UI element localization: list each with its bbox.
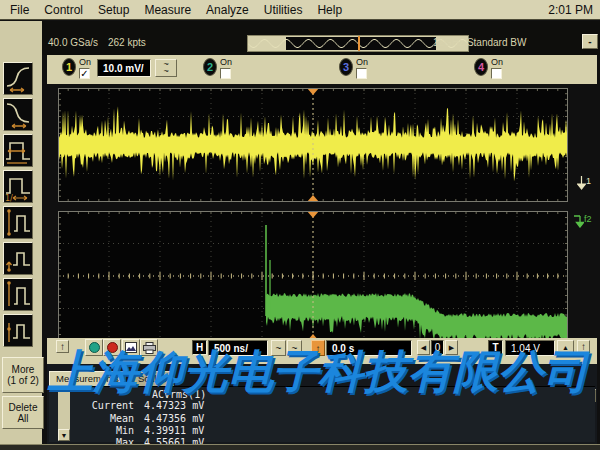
clock: 2:01 PM — [548, 3, 600, 17]
menu-setup[interactable]: Setup — [98, 3, 129, 17]
scroll-down-button[interactable]: ▼ — [58, 429, 70, 441]
channel-3-on-label: On — [356, 58, 368, 67]
stop-icon — [107, 342, 118, 353]
run-icon — [89, 342, 100, 353]
preview-trigger-tick — [358, 36, 360, 51]
timebase-zoom-out-button[interactable]: ~ — [271, 340, 286, 356]
channel-2-on-label: On — [220, 58, 232, 67]
measurement-row-value: 4.47323 mV — [144, 400, 204, 411]
quick-measure-sidebar: 1/ — [0, 21, 42, 444]
menu-file[interactable]: File — [10, 3, 29, 17]
sine-down-icon: ~ — [163, 68, 168, 75]
menu-help[interactable]: Help — [317, 3, 342, 17]
measurement-row-value: 4.39911 mV — [144, 425, 204, 436]
channel-4-badge[interactable]: 4 — [474, 58, 488, 76]
v-average-icon — [4, 315, 32, 346]
channel-controls-row: 1 On ✓ 10.0 mV/ ~~ 2 On 3 On 4 — [47, 55, 597, 84]
channel-2-badge[interactable]: 2 — [203, 58, 217, 76]
timebase-display[interactable]: 500 ns/ — [208, 340, 268, 356]
measure-rise-time-button[interactable] — [3, 62, 33, 95]
channel-1-on-checkbox[interactable]: ✓ — [79, 68, 90, 79]
channel-4-controls: 4 On — [474, 58, 503, 79]
upper-waveform-grid[interactable] — [58, 88, 568, 202]
measurement-row-value: 4.47356 mV — [144, 413, 204, 424]
horizontal-label: H — [192, 340, 207, 355]
channel-1-on-label: On — [79, 58, 91, 67]
trigger-level-up-button[interactable]: ▲ — [557, 340, 574, 355]
delete-all-button[interactable]: Delete All — [2, 396, 44, 429]
channel-4-on-checkbox[interactable] — [491, 68, 502, 79]
more-button-line2: (1 of 2) — [3, 375, 43, 386]
measurements-scrollbar[interactable]: ▼ — [58, 391, 70, 441]
channel-3-on-checkbox[interactable] — [356, 68, 367, 79]
tab-measurements[interactable]: Measurements — [49, 371, 126, 386]
channel-3-badge[interactable]: 3 — [339, 58, 353, 76]
sine-icon: ~ — [292, 343, 298, 354]
channel-1-scale-spinner[interactable]: ~~ — [155, 59, 177, 77]
stop-button[interactable] — [103, 339, 121, 356]
channel-1-marker-label: 1 — [586, 176, 591, 186]
scroll-up-right-button[interactable]: ↑ — [577, 340, 590, 353]
menu-measure[interactable]: Measure — [144, 3, 191, 17]
menu-analyze[interactable]: Analyze — [206, 3, 249, 17]
pulse-width-positive-icon — [4, 135, 32, 166]
trigger-position-display[interactable]: 0.0 s — [326, 340, 412, 356]
v-maximum-icon — [4, 279, 32, 310]
arrow-left-icon: ◀ — [421, 344, 426, 352]
channel-4-on-label: On — [491, 58, 503, 67]
channel-3-controls: 3 On — [339, 58, 368, 79]
trigger-label: T — [488, 340, 503, 355]
channel-1-controls: 1 On ✓ 10.0 mV/ ~~ — [62, 58, 167, 79]
run-control-toolbar: ↑ H 500 ns/ ~ ~ ↑ 0.0 s ◀ 0 ▶ T — [47, 338, 597, 364]
trigger-position-button[interactable]: ↑ — [311, 340, 325, 356]
arrow-up-triangle-icon: ▲ — [562, 344, 569, 351]
channel-1-ground-marker[interactable]: 1 — [577, 176, 591, 190]
measure-peak-to-peak-button[interactable] — [3, 206, 33, 239]
frequency-icon: 1/ — [4, 171, 32, 202]
menu-utilities[interactable]: Utilities — [264, 3, 303, 17]
tab-scales[interactable]: Scales — [131, 371, 174, 386]
fall-time-icon — [4, 99, 32, 130]
measurement-row-label: Current — [79, 400, 134, 411]
channel-1-badge[interactable]: 1 — [62, 58, 76, 76]
run-button[interactable] — [85, 339, 103, 356]
menu-control[interactable]: Control — [44, 3, 83, 17]
window-bottom-edge — [0, 444, 600, 450]
more-button[interactable]: More (1 of 2) — [2, 357, 44, 393]
step-right-button[interactable]: ▶ — [445, 340, 458, 355]
v-minimum-icon — [4, 243, 32, 274]
measure-fall-time-button[interactable] — [3, 98, 33, 131]
lower-waveform-grid[interactable] — [58, 211, 568, 341]
measure-pulse-width-button[interactable] — [3, 134, 33, 167]
clipboard-button[interactable] — [122, 339, 140, 356]
channel-2-controls: 2 On — [203, 58, 232, 79]
measure-v-maximum-button[interactable] — [3, 278, 33, 311]
rise-time-icon — [4, 63, 32, 94]
measure-frequency-button[interactable]: 1/ — [3, 170, 33, 203]
trigger-level-display[interactable]: 1.04 V — [505, 340, 555, 356]
oscilloscope-app: File Control Setup Measure Analyze Utili… — [0, 0, 600, 450]
timebase-zoom-in-button[interactable]: ~ — [287, 340, 302, 356]
sample-rate: 40.0 GSa/s — [48, 37, 98, 48]
channel-2-on-checkbox[interactable] — [220, 68, 231, 79]
measure-v-minimum-button[interactable] — [3, 242, 33, 275]
delete-all-line2: All — [3, 413, 43, 424]
measurements-panel: ▼ ACVrms(1) Current 4.47323 mV Mean 4.47… — [49, 386, 595, 442]
arrow-down-icon — [577, 176, 586, 190]
peak-to-peak-icon — [4, 207, 32, 238]
scroll-up-left-button[interactable]: ↑ — [56, 340, 69, 353]
print-button[interactable] — [140, 339, 158, 356]
status-bar: 40.0 GSa/s 262 kpts 12GHz Standard BW - — [42, 21, 600, 55]
channel-1-scale-display[interactable]: 10.0 mV/ — [97, 59, 151, 77]
measure-v-average-button[interactable] — [3, 314, 33, 347]
measurement-row-label: Mean — [79, 413, 134, 424]
function-2-marker[interactable]: f2 — [572, 214, 592, 228]
minimize-button[interactable]: - — [582, 34, 598, 49]
arrow-right-icon: ▶ — [449, 344, 454, 352]
arrow-down-triangle-icon: ▼ — [61, 432, 68, 439]
step-left-button[interactable]: ◀ — [417, 340, 430, 355]
screen-capture-icon — [125, 342, 137, 353]
measurement-source-header: ACVrms(1) — [152, 389, 206, 400]
delete-all-line1: Delete — [3, 402, 43, 413]
arrow-up-icon: ↑ — [581, 341, 586, 352]
